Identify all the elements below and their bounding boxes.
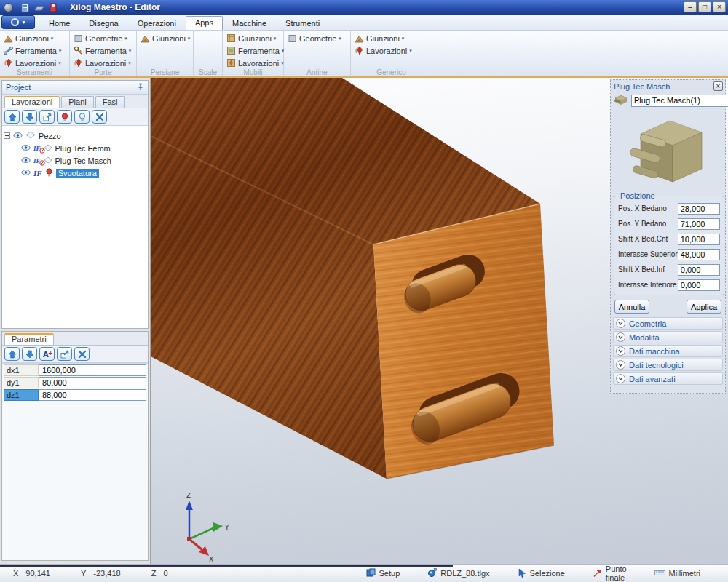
delete-button[interactable] <box>74 347 90 361</box>
ferramenta-button[interactable]: Ferramenta ▾ <box>2 44 67 57</box>
section-dati-macchina[interactable]: Dati macchina <box>613 345 723 357</box>
giunzioni-icon <box>4 33 13 43</box>
open-icon[interactable] <box>34 3 44 12</box>
pin-icon[interactable] <box>137 83 144 92</box>
collapse-icon[interactable] <box>4 132 10 140</box>
dx1-input[interactable] <box>39 364 146 376</box>
app-logo-icon[interactable] <box>4 3 13 12</box>
eye-icon[interactable] <box>21 156 31 165</box>
file-indicator[interactable]: RDLZ_88.tlgx <box>427 568 489 578</box>
giunzioni-icon <box>141 33 150 43</box>
parameter-row[interactable]: dx1 <box>4 364 146 376</box>
file-icon <box>427 568 437 578</box>
tree-item-svuotatura[interactable]: IF Svuotatura <box>4 167 146 179</box>
add-parameter-button[interactable]: A+ <box>39 347 55 361</box>
new-icon[interactable] <box>20 3 31 12</box>
plug-panel-title: Plug Tec Masch <box>614 82 670 91</box>
tab-apps[interactable]: Apps <box>186 16 223 30</box>
eye-icon[interactable] <box>21 169 31 178</box>
ferramenta-icon <box>4 46 13 55</box>
tab-strumenti[interactable]: Strumenti <box>276 17 329 30</box>
if-condition-icon[interactable]: IF <box>33 169 42 178</box>
if-condition-icon[interactable]: IF <box>33 145 41 152</box>
shift-x-bed-cnt-input[interactable] <box>678 234 720 245</box>
ribbon-group-mobili: Giunzioni ▾ Ferramenta ▾ Lavorazioni ▾ M… <box>223 31 284 76</box>
lamp-off-button[interactable] <box>57 110 72 124</box>
save-icon[interactable] <box>48 3 58 12</box>
lavorazioni-button[interactable]: Lavorazioni ▾ <box>225 57 281 69</box>
tab-home[interactable]: Home <box>39 17 79 30</box>
eye-icon[interactable] <box>13 132 23 140</box>
coord-z-value: 0 <box>163 569 167 578</box>
section-geometria[interactable]: Geometria <box>613 317 723 330</box>
minimize-button[interactable]: – <box>684 1 697 12</box>
tab-parametri[interactable]: Parametri <box>4 333 54 345</box>
geometrie-button[interactable]: Geometrie ▾ <box>72 32 134 44</box>
move-down-button[interactable] <box>22 347 37 361</box>
annulla-button[interactable]: Annulla <box>614 300 649 314</box>
applica-button[interactable]: Applica <box>687 300 721 314</box>
ribbon-group-serramenti: Giunzioni ▾ Ferramenta ▾ Lavorazioni ▾ S… <box>0 31 70 76</box>
tab-macchine[interactable]: Macchine <box>223 17 276 30</box>
pos-x-bedano-input[interactable] <box>678 203 720 215</box>
close-button[interactable]: × <box>713 1 726 12</box>
field-label: Interasse Superior <box>618 250 678 258</box>
tree-item-plug-tec-masch[interactable]: IF Plug Tec Masch <box>4 154 146 167</box>
units-indicator[interactable]: Millimetri <box>654 569 700 578</box>
parameter-row[interactable]: dy1 <box>4 377 146 388</box>
ribbon-group-label: Antine <box>284 68 350 76</box>
ferramenta-button[interactable]: Ferramenta ▾ <box>72 44 134 57</box>
tree-item-pezzo[interactable]: Pezzo <box>4 129 146 142</box>
tab-fasi[interactable]: Fasi <box>95 96 125 108</box>
eye-icon[interactable] <box>21 144 31 153</box>
chevron-down-icon <box>616 332 625 342</box>
section-dati-tecnologici[interactable]: Dati tecnologici <box>613 359 723 371</box>
if-condition-icon[interactable]: IF <box>33 157 41 164</box>
tree-item-plug-tec-femm[interactable]: IF Plug Tec Femm <box>4 142 146 154</box>
section-dati-avanzati[interactable]: Dati avanzati <box>613 372 723 385</box>
parameter-row[interactable]: dz1 <box>4 389 146 401</box>
chevron-down-icon: ▾ <box>58 60 61 66</box>
export-button[interactable] <box>39 110 55 124</box>
plug-name-input[interactable] <box>631 95 728 107</box>
pos-y-bedano-input[interactable] <box>678 218 720 230</box>
close-icon[interactable]: × <box>713 81 723 91</box>
selection-mode-indicator[interactable]: Selezione <box>518 568 565 579</box>
lavorazioni-button[interactable]: Lavorazioni ▾ <box>72 57 134 69</box>
geometrie-button[interactable]: Geometrie ▾ <box>286 32 348 44</box>
giunzioni-button[interactable]: Giunzioni ▾ <box>353 32 430 44</box>
pin-point-icon <box>593 568 602 579</box>
lavorazioni-button[interactable]: Lavorazioni ▾ <box>2 57 67 69</box>
move-up-button[interactable] <box>4 347 20 361</box>
delete-button[interactable] <box>92 110 107 124</box>
viewport-3d[interactable]: Z Y X Plug Tec Masch × ? <box>151 78 728 564</box>
ferramenta-button[interactable]: Ferramenta ▾ <box>225 44 281 57</box>
shift-x-bed-inf-input[interactable] <box>678 264 720 276</box>
export-button[interactable] <box>57 347 72 361</box>
dz1-input[interactable] <box>39 389 146 401</box>
interasse-inferiore-input[interactable] <box>678 279 720 291</box>
tab-piani[interactable]: Piani <box>61 96 93 108</box>
chevron-down-icon: ▾ <box>339 36 341 41</box>
dy1-input[interactable] <box>39 377 146 388</box>
geometrie-icon <box>74 33 83 43</box>
chevron-down-icon <box>616 346 625 356</box>
move-up-button[interactable] <box>4 110 20 124</box>
application-menu-button[interactable]: ▾ <box>1 15 35 29</box>
move-down-button[interactable] <box>22 110 37 124</box>
section-modalita[interactable]: Modalità <box>613 331 723 343</box>
setup-indicator[interactable]: Setup <box>366 568 400 578</box>
giunzioni-button[interactable]: Giunzioni ▾ <box>139 32 191 44</box>
tab-lavorazioni[interactable]: Lavorazioni <box>4 96 60 108</box>
lavorazioni-button[interactable]: Lavorazioni ▾ <box>353 44 430 57</box>
lamp-on-button[interactable] <box>74 110 90 124</box>
giunzioni-button[interactable]: Giunzioni ▾ <box>225 32 281 44</box>
snap-mode-indicator[interactable]: Punto finale <box>593 565 627 582</box>
interasse-superiore-input[interactable] <box>678 249 720 260</box>
ribbon-tab-bar: ▾ Home Disegna Operazioni Apps Macchine … <box>0 15 728 31</box>
tab-disegna[interactable]: Disegna <box>79 17 127 30</box>
giunzioni-button[interactable]: Giunzioni ▾ <box>2 32 67 44</box>
restore-button[interactable]: □ <box>698 1 711 12</box>
chevron-down-icon: ▾ <box>409 48 412 54</box>
tab-operazioni[interactable]: Operazioni <box>128 17 186 30</box>
